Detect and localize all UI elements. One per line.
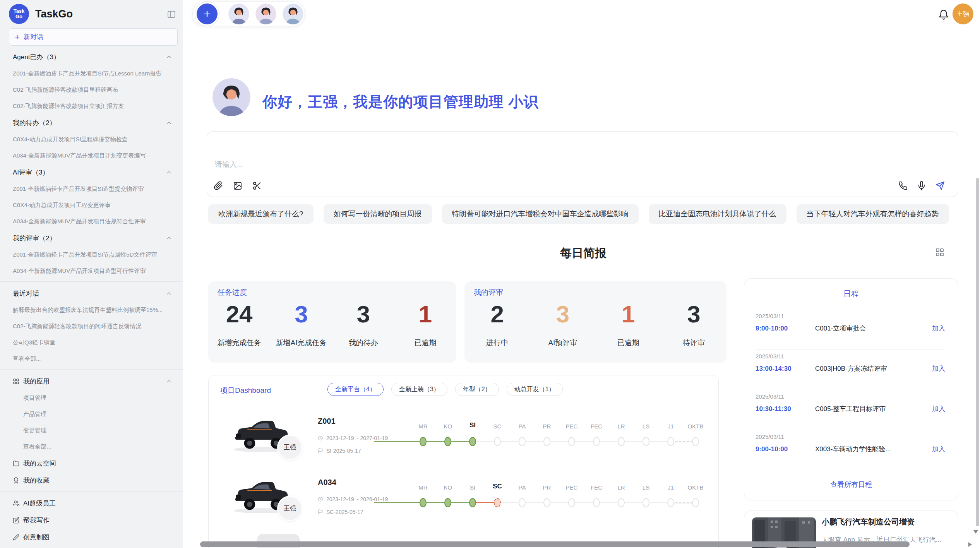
dashboard-tab[interactable]: 动总开发（1） [507,383,563,396]
schedule-event[interactable]: 2025/03/11 10:30-11:30 C005-整车工程目标评审 加入 [756,390,945,430]
sidebar-item-my-apps[interactable]: 我的应用 [0,373,183,390]
stat-label: 新增完成任务 [208,338,270,348]
sidebar-item-write-helper[interactable]: 帮我写作 [0,512,183,529]
stat-value: 2 [464,302,530,326]
app-sub-item[interactable]: 项目管理 [0,390,183,406]
app-sub-item[interactable]: 查看全部... [0,438,183,455]
attach-icon[interactable] [214,181,223,190]
sidebar-task-item[interactable]: C02-飞腾新能源轻客改款项目里程碑画布 [0,82,183,98]
my-apps-label: 我的应用 [23,377,166,386]
sidebar-collapse-icon[interactable] [167,10,176,18]
stat-item: 3 待评审 [661,302,726,348]
sidebar-section-header[interactable]: Agent已办（3） [0,48,183,65]
suggestion-chip[interactable]: 欧洲新规最近颁布了什么? [208,204,314,224]
dashboard-tab[interactable]: 年型（2） [455,383,499,396]
chevron-up-icon [166,54,172,60]
scroll-right-arrow[interactable] [968,542,972,547]
event-date: 2025/03/11 [756,393,945,400]
stat-value: 1 [596,302,661,326]
sidebar-task-item[interactable]: A034-全新新能源MUV产品开发项目计划变更表编写 [0,147,183,164]
briefing-layout-icon[interactable] [935,248,944,257]
scissors-icon[interactable] [252,181,262,190]
dashboard-tab[interactable]: 全新平台（4） [327,383,384,396]
sidebar-task-item[interactable]: Z001-全新燃油轻卡产品开发项目SI节点属性5D文件评审 [0,247,183,263]
sidebar-item-favorites[interactable]: 我的收藏 [0,472,183,489]
sidebar-item-cloud-space[interactable]: 我的云空间 [0,455,183,472]
recent-chat-item[interactable]: 解释最新出台的欧盟报废车法规再生塑料比例被调至15%... [0,302,183,318]
recent-chat-item[interactable]: C02-飞腾新能源轻客改款项目的闭环通告反馈情况 [0,318,183,334]
dashboard-tabs: 全新平台（4）全新上装（3）年型（2）动总开发（1） [327,383,563,396]
schedule-event[interactable]: 2025/03/11 13:00-14:30 C003|H0B-方案冻结评审 加… [756,350,945,390]
send-icon[interactable] [935,181,945,190]
join-link[interactable]: 加入 [932,324,945,333]
chevron-up-icon[interactable] [166,378,172,384]
notifications-bell-icon[interactable] [938,9,949,20]
suggestion-chip[interactable]: 比亚迪全固态电池计划具体说了什么 [649,204,786,224]
sidebar-task-item[interactable]: C0X4-动力总成开发项目工程变更评审 [0,197,183,213]
chat-input[interactable]: 请输入... [207,131,958,197]
favorites-icon [13,477,19,484]
mic-icon[interactable] [917,181,926,190]
view-all-schedule-link[interactable]: 查看所有日程 [744,480,958,489]
milestone-label: PEC [566,423,578,430]
schedule-event[interactable]: 2025/03/11 9:00-10:00 X003-车辆动力学性能验... 加… [756,430,945,471]
milestone-dot [692,437,699,446]
new-chat-button[interactable]: + 新对话 [9,28,178,46]
user-avatar[interactable]: 王强 [953,3,973,24]
app-sub-item[interactable]: 变更管理 [0,422,183,438]
image-icon[interactable] [233,181,242,190]
sidebar-task-item[interactable]: Z001-全新燃油轻卡产品开发项目SI造型提交物评审 [0,181,183,197]
milestone-dot [593,437,600,446]
stat-item: 2 进行中 [464,302,530,348]
agent-avatar-2[interactable] [255,3,276,24]
milestone-label: LS [642,484,649,491]
sidebar-task-item[interactable]: A034-全新新能源MUV产品开发项目造型可行性评审 [0,263,183,279]
join-link[interactable]: 加入 [932,404,945,413]
sidebar-task-item[interactable]: A034-全新新能源MUV产品开发项目法规符合性评审 [0,213,183,229]
sidebar-task-item[interactable]: Z001-全新燃油皮卡产品开发项目SI节点Lesson Learn报告 [0,65,183,82]
sidebar-section-header[interactable]: 我的评审（2） [0,229,183,247]
suggestion-chip[interactable]: 当下年轻人对汽车外观有怎样的喜好趋势 [797,204,949,224]
suggestion-chip[interactable]: 如何写一份清晰的项目周报 [324,204,432,224]
sidebar-task-item[interactable]: C02-飞腾新能源轻客改款项目立项汇报方案 [0,98,183,114]
chevron-up-icon[interactable] [166,54,172,60]
sidebar-item-ai-staff[interactable]: AI超级员工 [0,495,183,512]
agent-avatar-1[interactable] [228,3,249,24]
suggestion-chip[interactable]: 特朗普可能对进口汽车增税会对中国车企造成哪些影响 [442,204,639,224]
event-title: C001-立项审批会 [815,324,932,333]
flag-milestone: SC-2025-05-17 [326,509,363,515]
schedule-event[interactable]: 2025/03/11 9:00-10:00 C001-立项审批会 加入 [756,310,945,350]
sidebar-section-header[interactable]: AI评审（3） [0,164,183,181]
vertical-scrollbar[interactable] [976,178,979,526]
milestone-label: J1 [668,423,674,430]
input-attachments [214,181,262,190]
horizontal-scrollbar[interactable] [200,541,910,547]
milestone-dot [469,498,476,507]
join-link[interactable]: 加入 [932,364,945,373]
chevron-up-icon[interactable] [166,120,172,126]
sidebar-section-header[interactable]: 最近对话 [0,285,183,302]
sidebar-section-header[interactable]: 我的待办（2） [0,114,183,131]
chevron-up-icon[interactable] [166,291,172,296]
sidebar-item-creative-draw[interactable]: 创意制图 [0,529,183,546]
sidebar-menu: Agent已办（3）Z001-全新燃油皮卡产品开发项目SI节点Lesson Le… [0,48,183,548]
project-row[interactable]: 王强A0342023-12-19 ~ 2026-01-19SC-2025-05-… [209,474,718,535]
join-link[interactable]: 加入 [932,445,945,454]
scroll-down-arrow[interactable] [973,530,978,534]
new-chat-label: 新对话 [24,33,43,41]
chevron-up-icon [166,120,172,126]
agent-avatar-3[interactable] [283,3,303,24]
chevron-up-icon[interactable] [166,170,172,175]
add-agent-button[interactable]: + [197,3,218,24]
milestone-dot [494,437,501,446]
recent-view-all[interactable]: 查看全部... [0,351,183,367]
chevron-up-icon[interactable] [166,235,172,241]
phone-icon[interactable] [898,181,908,190]
sidebar-task-item[interactable]: C0X4-动力总成开发项目SI里程碑提交物检查 [0,131,183,147]
dashboard-tab[interactable]: 全新上装（3） [391,383,447,396]
milestone-dot [494,498,501,507]
milestone-label: LR [617,423,625,430]
project-row[interactable]: 王强Z0012023-12-19 ~ 2027-01-19SI-2025-05-… [209,413,718,474]
app-sub-item[interactable]: 产品管理 [0,406,183,422]
recent-chat-item[interactable]: 公司Q3轻卡销量 [0,334,183,351]
